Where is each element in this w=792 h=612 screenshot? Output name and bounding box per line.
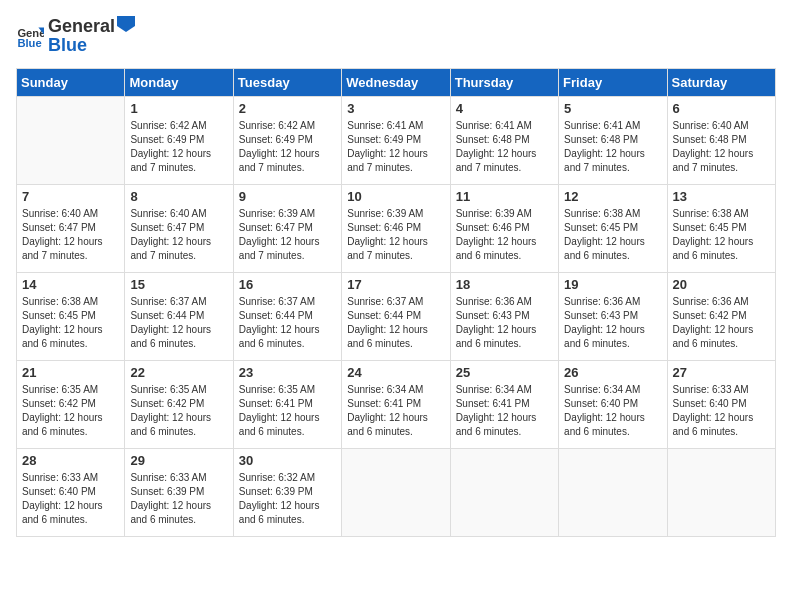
day-info: Sunrise: 6:41 AM Sunset: 6:49 PM Dayligh… [347, 119, 444, 175]
calendar-cell: 27Sunrise: 6:33 AM Sunset: 6:40 PM Dayli… [667, 361, 775, 449]
day-header-sunday: Sunday [17, 69, 125, 97]
logo-general-text: General [48, 16, 115, 36]
calendar-cell: 29Sunrise: 6:33 AM Sunset: 6:39 PM Dayli… [125, 449, 233, 537]
calendar-cell: 17Sunrise: 6:37 AM Sunset: 6:44 PM Dayli… [342, 273, 450, 361]
day-number: 8 [130, 189, 227, 204]
day-number: 4 [456, 101, 553, 116]
calendar-cell: 25Sunrise: 6:34 AM Sunset: 6:41 PM Dayli… [450, 361, 558, 449]
day-number: 16 [239, 277, 336, 292]
day-info: Sunrise: 6:37 AM Sunset: 6:44 PM Dayligh… [239, 295, 336, 351]
day-number: 28 [22, 453, 119, 468]
day-header-saturday: Saturday [667, 69, 775, 97]
calendar-cell: 2Sunrise: 6:42 AM Sunset: 6:49 PM Daylig… [233, 97, 341, 185]
day-info: Sunrise: 6:42 AM Sunset: 6:49 PM Dayligh… [130, 119, 227, 175]
day-info: Sunrise: 6:34 AM Sunset: 6:40 PM Dayligh… [564, 383, 661, 439]
day-header-wednesday: Wednesday [342, 69, 450, 97]
calendar-cell: 15Sunrise: 6:37 AM Sunset: 6:44 PM Dayli… [125, 273, 233, 361]
day-number: 7 [22, 189, 119, 204]
calendar-cell: 26Sunrise: 6:34 AM Sunset: 6:40 PM Dayli… [559, 361, 667, 449]
day-header-thursday: Thursday [450, 69, 558, 97]
day-info: Sunrise: 6:33 AM Sunset: 6:40 PM Dayligh… [673, 383, 770, 439]
day-info: Sunrise: 6:36 AM Sunset: 6:43 PM Dayligh… [456, 295, 553, 351]
day-info: Sunrise: 6:39 AM Sunset: 6:46 PM Dayligh… [347, 207, 444, 263]
calendar-cell: 6Sunrise: 6:40 AM Sunset: 6:48 PM Daylig… [667, 97, 775, 185]
calendar-cell: 5Sunrise: 6:41 AM Sunset: 6:48 PM Daylig… [559, 97, 667, 185]
day-info: Sunrise: 6:36 AM Sunset: 6:43 PM Dayligh… [564, 295, 661, 351]
day-header-monday: Monday [125, 69, 233, 97]
calendar-cell [667, 449, 775, 537]
calendar-cell: 10Sunrise: 6:39 AM Sunset: 6:46 PM Dayli… [342, 185, 450, 273]
day-info: Sunrise: 6:39 AM Sunset: 6:46 PM Dayligh… [456, 207, 553, 263]
day-number: 12 [564, 189, 661, 204]
calendar-cell: 8Sunrise: 6:40 AM Sunset: 6:47 PM Daylig… [125, 185, 233, 273]
day-info: Sunrise: 6:32 AM Sunset: 6:39 PM Dayligh… [239, 471, 336, 527]
day-info: Sunrise: 6:40 AM Sunset: 6:47 PM Dayligh… [130, 207, 227, 263]
calendar-cell: 28Sunrise: 6:33 AM Sunset: 6:40 PM Dayli… [17, 449, 125, 537]
logo: General Blue General Blue [16, 16, 135, 56]
calendar-cell: 21Sunrise: 6:35 AM Sunset: 6:42 PM Dayli… [17, 361, 125, 449]
calendar-cell: 9Sunrise: 6:39 AM Sunset: 6:47 PM Daylig… [233, 185, 341, 273]
day-number: 1 [130, 101, 227, 116]
day-number: 24 [347, 365, 444, 380]
week-row-1: 1Sunrise: 6:42 AM Sunset: 6:49 PM Daylig… [17, 97, 776, 185]
days-header-row: SundayMondayTuesdayWednesdayThursdayFrid… [17, 69, 776, 97]
day-info: Sunrise: 6:41 AM Sunset: 6:48 PM Dayligh… [564, 119, 661, 175]
day-info: Sunrise: 6:35 AM Sunset: 6:42 PM Dayligh… [130, 383, 227, 439]
day-info: Sunrise: 6:34 AM Sunset: 6:41 PM Dayligh… [347, 383, 444, 439]
calendar-cell: 3Sunrise: 6:41 AM Sunset: 6:49 PM Daylig… [342, 97, 450, 185]
calendar-cell: 11Sunrise: 6:39 AM Sunset: 6:46 PM Dayli… [450, 185, 558, 273]
day-number: 6 [673, 101, 770, 116]
day-number: 27 [673, 365, 770, 380]
calendar-cell: 24Sunrise: 6:34 AM Sunset: 6:41 PM Dayli… [342, 361, 450, 449]
day-number: 21 [22, 365, 119, 380]
week-row-5: 28Sunrise: 6:33 AM Sunset: 6:40 PM Dayli… [17, 449, 776, 537]
day-number: 5 [564, 101, 661, 116]
day-number: 15 [130, 277, 227, 292]
calendar-cell: 23Sunrise: 6:35 AM Sunset: 6:41 PM Dayli… [233, 361, 341, 449]
calendar-cell: 13Sunrise: 6:38 AM Sunset: 6:45 PM Dayli… [667, 185, 775, 273]
day-info: Sunrise: 6:38 AM Sunset: 6:45 PM Dayligh… [673, 207, 770, 263]
calendar-cell: 19Sunrise: 6:36 AM Sunset: 6:43 PM Dayli… [559, 273, 667, 361]
day-info: Sunrise: 6:34 AM Sunset: 6:41 PM Dayligh… [456, 383, 553, 439]
calendar-cell: 18Sunrise: 6:36 AM Sunset: 6:43 PM Dayli… [450, 273, 558, 361]
day-number: 29 [130, 453, 227, 468]
day-info: Sunrise: 6:35 AM Sunset: 6:41 PM Dayligh… [239, 383, 336, 439]
day-info: Sunrise: 6:38 AM Sunset: 6:45 PM Dayligh… [22, 295, 119, 351]
day-number: 26 [564, 365, 661, 380]
calendar-cell [450, 449, 558, 537]
day-number: 14 [22, 277, 119, 292]
day-info: Sunrise: 6:33 AM Sunset: 6:39 PM Dayligh… [130, 471, 227, 527]
day-number: 25 [456, 365, 553, 380]
day-number: 3 [347, 101, 444, 116]
week-row-3: 14Sunrise: 6:38 AM Sunset: 6:45 PM Dayli… [17, 273, 776, 361]
calendar-cell: 7Sunrise: 6:40 AM Sunset: 6:47 PM Daylig… [17, 185, 125, 273]
day-number: 30 [239, 453, 336, 468]
day-number: 17 [347, 277, 444, 292]
calendar-cell [342, 449, 450, 537]
day-info: Sunrise: 6:40 AM Sunset: 6:47 PM Dayligh… [22, 207, 119, 263]
day-number: 9 [239, 189, 336, 204]
calendar-cell: 22Sunrise: 6:35 AM Sunset: 6:42 PM Dayli… [125, 361, 233, 449]
logo-blue-text: Blue [48, 35, 87, 55]
calendar-cell: 12Sunrise: 6:38 AM Sunset: 6:45 PM Dayli… [559, 185, 667, 273]
day-info: Sunrise: 6:33 AM Sunset: 6:40 PM Dayligh… [22, 471, 119, 527]
calendar-cell [559, 449, 667, 537]
day-info: Sunrise: 6:38 AM Sunset: 6:45 PM Dayligh… [564, 207, 661, 263]
calendar-cell [17, 97, 125, 185]
day-number: 11 [456, 189, 553, 204]
svg-marker-3 [117, 16, 135, 32]
day-number: 10 [347, 189, 444, 204]
day-info: Sunrise: 6:40 AM Sunset: 6:48 PM Dayligh… [673, 119, 770, 175]
day-number: 22 [130, 365, 227, 380]
week-row-4: 21Sunrise: 6:35 AM Sunset: 6:42 PM Dayli… [17, 361, 776, 449]
day-info: Sunrise: 6:37 AM Sunset: 6:44 PM Dayligh… [130, 295, 227, 351]
logo-icon: General Blue [16, 22, 44, 50]
day-info: Sunrise: 6:41 AM Sunset: 6:48 PM Dayligh… [456, 119, 553, 175]
day-number: 20 [673, 277, 770, 292]
week-row-2: 7Sunrise: 6:40 AM Sunset: 6:47 PM Daylig… [17, 185, 776, 273]
day-number: 23 [239, 365, 336, 380]
calendar-table: SundayMondayTuesdayWednesdayThursdayFrid… [16, 68, 776, 537]
day-info: Sunrise: 6:42 AM Sunset: 6:49 PM Dayligh… [239, 119, 336, 175]
day-number: 13 [673, 189, 770, 204]
day-info: Sunrise: 6:35 AM Sunset: 6:42 PM Dayligh… [22, 383, 119, 439]
